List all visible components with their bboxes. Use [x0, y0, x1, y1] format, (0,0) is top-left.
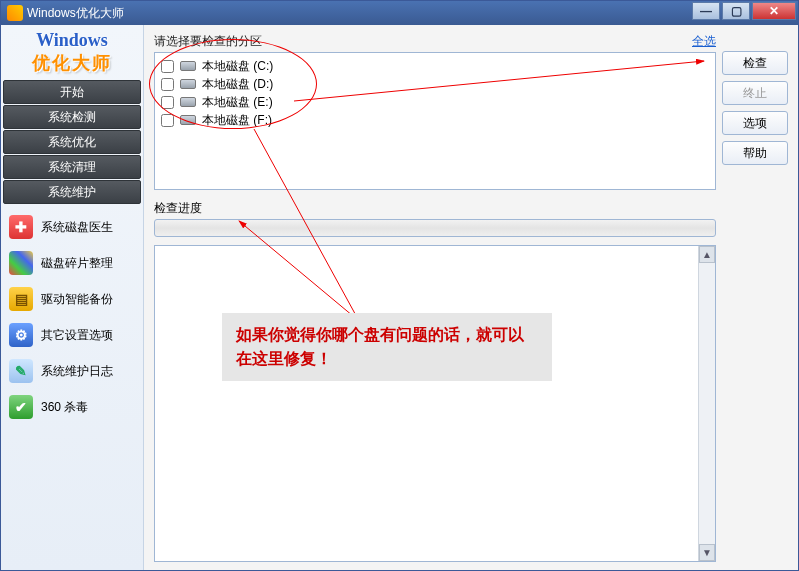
subnav-label: 360 杀毒 — [41, 399, 88, 416]
nav-start[interactable]: 开始 — [3, 80, 141, 104]
annotation-note: 如果你觉得你哪个盘有问题的话，就可以在这里修复！ — [222, 313, 552, 381]
window-controls: — ▢ ✕ — [692, 1, 798, 25]
nav-detect[interactable]: 系统检测 — [3, 105, 141, 129]
nav-optimize[interactable]: 系统优化 — [3, 130, 141, 154]
subnav-label: 其它设置选项 — [41, 327, 113, 344]
subnav: ✚ 系统磁盘医生 磁盘碎片整理 ▤ 驱动智能备份 ⚙ 其它设置选项 ✎ 系 — [1, 205, 143, 429]
app-icon — [7, 5, 23, 21]
minimize-button[interactable]: — — [692, 2, 720, 20]
nav-clean[interactable]: 系统清理 — [3, 155, 141, 179]
nav-maintain[interactable]: 系统维护 — [3, 180, 141, 204]
sidebar: Windows 优化大师 开始 系统检测 系统优化 系统清理 系统维护 ✚ 系统… — [1, 25, 144, 570]
defrag-icon — [9, 251, 33, 275]
titlebar: Windows优化大师 — ▢ ✕ — [1, 1, 798, 25]
scroll-up-button[interactable]: ▲ — [699, 246, 715, 263]
subnav-disk-doctor[interactable]: ✚ 系统磁盘医生 — [3, 209, 141, 245]
scroll-down-button[interactable]: ▼ — [699, 544, 715, 561]
progress-bar — [154, 219, 716, 237]
logo-line1: Windows — [36, 30, 108, 51]
gear-icon: ⚙ — [9, 323, 33, 347]
subnav-360[interactable]: ✔ 360 杀毒 — [3, 389, 141, 425]
annotation-ellipse — [149, 39, 317, 129]
shield-icon: ✔ — [9, 395, 33, 419]
subnav-label: 磁盘碎片整理 — [41, 255, 113, 272]
pencil-icon: ✎ — [9, 359, 33, 383]
save-icon: ▤ — [9, 287, 33, 311]
logo: Windows 优化大师 — [1, 25, 143, 79]
subnav-defrag[interactable]: 磁盘碎片整理 — [3, 245, 141, 281]
subnav-driver-backup[interactable]: ▤ 驱动智能备份 — [3, 281, 141, 317]
content: 请选择要检查的分区 全选 本地磁盘 (C:) 本地磁盘 (D:) — [144, 25, 798, 570]
options-button[interactable]: 选项 — [722, 111, 788, 135]
button-column: 检查 终止 选项 帮助 — [722, 33, 788, 562]
help-button[interactable]: 帮助 — [722, 141, 788, 165]
check-button[interactable]: 检查 — [722, 51, 788, 75]
subnav-other-settings[interactable]: ⚙ 其它设置选项 — [3, 317, 141, 353]
stop-button[interactable]: 终止 — [722, 81, 788, 105]
logo-line2: 优化大师 — [32, 51, 112, 75]
subnav-maintain-log[interactable]: ✎ 系统维护日志 — [3, 353, 141, 389]
close-button[interactable]: ✕ — [752, 2, 796, 20]
subnav-label: 驱动智能备份 — [41, 291, 113, 308]
scrollbar[interactable]: ▲ ▼ — [698, 246, 715, 561]
window-title: Windows优化大师 — [27, 5, 692, 22]
maximize-button[interactable]: ▢ — [722, 2, 750, 20]
subnav-label: 系统维护日志 — [41, 363, 113, 380]
subnav-label: 系统磁盘医生 — [41, 219, 113, 236]
result-log[interactable]: ▲ ▼ — [154, 245, 716, 562]
select-all-link[interactable]: 全选 — [692, 33, 716, 50]
progress-label: 检查进度 — [154, 200, 716, 217]
app-window: Windows优化大师 — ▢ ✕ Windows 优化大师 开始 系统检测 系… — [0, 0, 799, 571]
plus-icon: ✚ — [9, 215, 33, 239]
